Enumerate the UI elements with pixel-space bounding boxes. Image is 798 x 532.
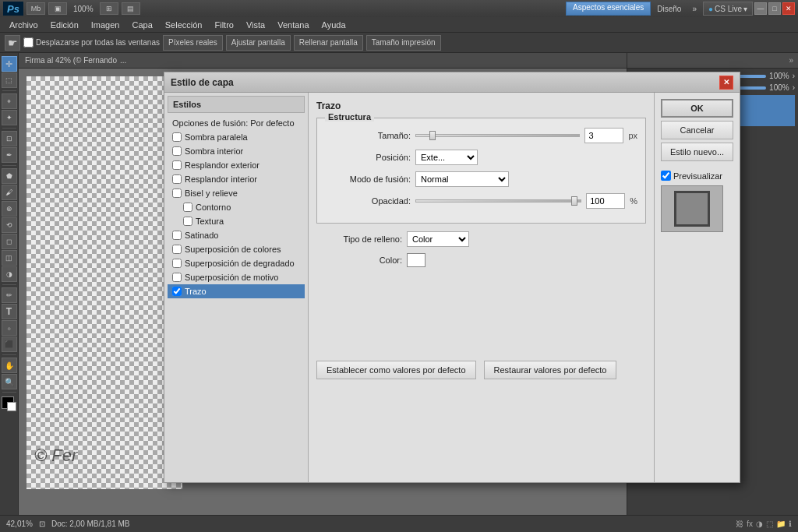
preview-label: Previsualizar: [673, 171, 722, 181]
tamano-unit: px: [628, 131, 637, 140]
dialog-title: Estilo de capa: [171, 77, 715, 88]
style-sombra-paralela[interactable]: Sombra paralela: [168, 130, 305, 144]
style-sombra-interior[interactable]: Sombra interior: [168, 144, 305, 158]
resplandor-interior-checkbox[interactable]: [172, 174, 182, 184]
style-resplandor-exterior[interactable]: Resplandor exterior: [168, 158, 305, 172]
opacidad-label: Opacidad:: [325, 196, 411, 206]
resplandor-interior-label: Resplandor interior: [185, 174, 257, 184]
opacidad-unit: %: [630, 196, 637, 206]
styles-list: Opciones de fusión: Por defecto Sombra p…: [168, 116, 305, 298]
opacidad-input[interactable]: [586, 193, 625, 209]
preview-checkbox[interactable]: [661, 171, 671, 181]
opacidad-slider[interactable]: [415, 199, 581, 203]
contorno-checkbox[interactable]: [183, 203, 192, 212]
style-superposicion-colores[interactable]: Superposición de colores: [168, 242, 305, 256]
color-row: Color:: [316, 253, 646, 267]
dialog-titlebar: Estilo de capa ✕: [164, 72, 740, 93]
tamano-slider-thumb: [429, 131, 436, 140]
dialog-body: Estilos Opciones de fusión: Por defecto …: [164, 93, 740, 482]
tipo-relleno-label: Tipo de relleno:: [316, 234, 402, 244]
opacidad-slider-thumb: [571, 196, 577, 206]
style-superposicion-motivo[interactable]: Superposición de motivo: [168, 270, 305, 284]
tamano-slider[interactable]: [415, 134, 580, 137]
superposicion-motivo-checkbox[interactable]: [172, 273, 182, 282]
trazo-checkbox[interactable]: [172, 287, 182, 296]
superposicion-motivo-label: Superposición de motivo: [185, 273, 278, 282]
contorno-label: Contorno: [196, 203, 231, 212]
textura-label: Textura: [196, 217, 224, 226]
posicion-row: Posición: Exte...: [325, 150, 637, 165]
styles-header: Estilos: [168, 96, 305, 113]
color-label: Color:: [316, 255, 402, 265]
superposicion-degradado-label: Superposición de degradado: [185, 259, 295, 268]
style-superposicion-degradado[interactable]: Superposición de degradado: [168, 256, 305, 270]
sombra-paralela-label: Sombra paralela: [185, 132, 248, 142]
tamano-label: Tamaño:: [325, 131, 411, 140]
style-contorno[interactable]: Contorno: [168, 200, 305, 214]
layer-style-dialog: Estilo de capa ✕ Estilos Opciones de fus…: [164, 72, 740, 483]
resplandor-exterior-label: Resplandor exterior: [185, 160, 260, 170]
preview-checkbox-row: Previsualizar: [661, 171, 722, 181]
buttons-panel: OK Cancelar Estilo nuevo... Previsualiza…: [654, 93, 740, 482]
restaurar-button[interactable]: Restaurar valores por defecto: [484, 361, 617, 379]
color-swatch[interactable]: [407, 253, 425, 267]
posicion-select[interactable]: Exte...: [415, 150, 478, 165]
opacidad-row: Opacidad: %: [325, 193, 637, 209]
resplandor-exterior-checkbox[interactable]: [172, 160, 182, 170]
modo-fusion-label: Modo de fusión:: [325, 174, 411, 184]
dialog-close-button[interactable]: ✕: [719, 76, 733, 90]
posicion-label: Posición:: [325, 153, 411, 162]
modo-fusion-select[interactable]: Normal: [415, 171, 509, 187]
establecer-button[interactable]: Establecer como valores por defecto: [316, 361, 476, 379]
sombra-paralela-checkbox[interactable]: [172, 132, 182, 142]
tamano-input[interactable]: [584, 128, 623, 143]
styles-panel: Estilos Opciones de fusión: Por defecto …: [164, 93, 309, 482]
style-satinado[interactable]: Satinado: [168, 228, 305, 242]
tipo-relleno-select[interactable]: Color: [407, 231, 469, 247]
style-bisel-relieve[interactable]: Bisel y relieve: [168, 186, 305, 200]
estructura-box: Estructura Tamaño: px Posición:: [316, 118, 646, 224]
section-header-label: Opciones de fusión: Por defecto: [172, 118, 295, 128]
bisel-relieve-label: Bisel y relieve: [185, 188, 238, 198]
preview-box: [661, 185, 723, 232]
ok-button[interactable]: OK: [661, 99, 733, 118]
preview-inner: [676, 193, 708, 224]
trazo-label: Trazo: [185, 287, 207, 296]
preview-area: Previsualizar: [661, 171, 733, 232]
sombra-interior-checkbox[interactable]: [172, 146, 182, 156]
satinado-label: Satinado: [185, 231, 218, 240]
cancel-button[interactable]: Cancelar: [661, 121, 733, 139]
styles-section-header-item[interactable]: Opciones de fusión: Por defecto: [168, 116, 305, 130]
trazo-section-title: Trazo: [316, 100, 646, 111]
sombra-interior-label: Sombra interior: [185, 146, 243, 156]
modo-fusion-row: Modo de fusión: Normal: [325, 171, 637, 187]
tipo-relleno-row: Tipo de relleno: Color: [316, 231, 646, 247]
superposicion-colores-label: Superposición de colores: [185, 245, 281, 254]
bisel-relieve-checkbox[interactable]: [172, 188, 182, 198]
textura-checkbox[interactable]: [183, 217, 192, 226]
bottom-buttons-area: Establecer como valores por defecto Rest…: [316, 361, 646, 379]
new-style-button[interactable]: Estilo nuevo...: [661, 143, 733, 161]
style-textura[interactable]: Textura: [168, 214, 305, 228]
estructura-title: Estructura: [325, 112, 374, 122]
style-resplandor-interior[interactable]: Resplandor interior: [168, 172, 305, 186]
superposicion-degradado-checkbox[interactable]: [172, 259, 182, 268]
dialog-overlay: Estilo de capa ✕ Estilos Opciones de fus…: [0, 0, 798, 532]
style-trazo[interactable]: Trazo: [168, 284, 305, 298]
settings-panel: Trazo Estructura Tamaño: px: [309, 93, 654, 482]
superposicion-colores-checkbox[interactable]: [172, 245, 182, 254]
satinado-checkbox[interactable]: [172, 231, 182, 240]
tamano-row: Tamaño: px: [325, 128, 637, 143]
